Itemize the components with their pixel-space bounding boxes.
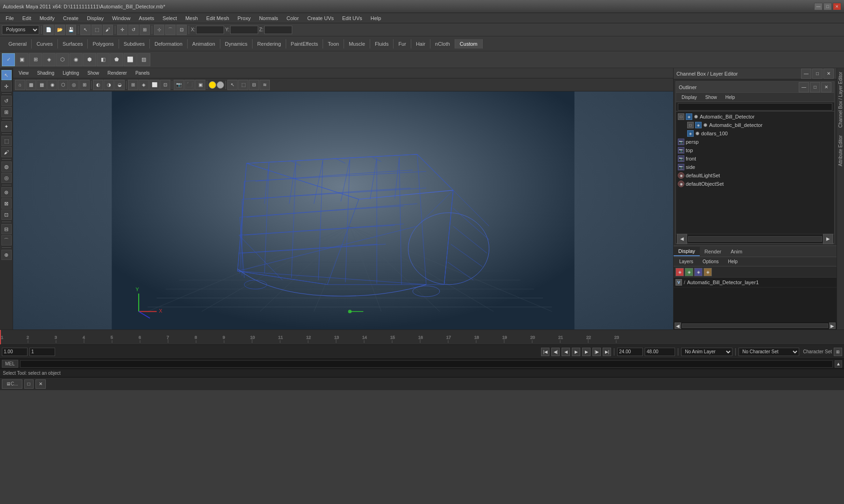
close-button[interactable]: ✕	[833, 3, 841, 10]
layer-row-1[interactable]: V / Automatic_Bill_Detector_layer1	[674, 278, 837, 287]
layer-move-up[interactable]: ◈	[703, 268, 712, 276]
shelf-tab-general[interactable]: General	[4, 39, 32, 49]
outliner-item-side[interactable]: 📷 side	[676, 163, 834, 171]
shelf-tab-fur[interactable]: Fur	[394, 39, 411, 49]
next-key-button[interactable]: |▶	[592, 348, 601, 356]
menu-proxy[interactable]: Proxy	[234, 14, 254, 22]
anim-layer-select[interactable]: No Anim Layer	[681, 348, 732, 356]
outliner-item-default-light-set[interactable]: ◉ defaultLightSet	[676, 171, 834, 180]
vi-frame[interactable]: ⬜	[149, 80, 160, 90]
vi-heads[interactable]: ⊡	[160, 80, 170, 90]
menu-edit[interactable]: Edit	[19, 14, 35, 22]
scale-tool[interactable]: ⊞	[140, 25, 150, 35]
scale-left[interactable]: ⊞	[1, 107, 12, 117]
vi-cam[interactable]: 📷	[174, 80, 184, 90]
shelf-icon-8[interactable]: ⬟	[110, 53, 123, 66]
outliner-max[interactable]: □	[810, 82, 820, 92]
axis-left[interactable]: ⊕	[1, 250, 12, 260]
view-menu[interactable]: View	[15, 70, 33, 77]
snap-point[interactable]: ⊡	[176, 25, 187, 35]
command-input[interactable]	[20, 360, 833, 368]
lighting-menu[interactable]: Lighting	[59, 70, 83, 77]
outliner-display-menu[interactable]: Display	[678, 94, 701, 101]
outliner-item-automatic-bill-detector[interactable]: □ ◈ Automatic_Bill_Detector	[676, 112, 834, 121]
lasso-tool[interactable]: ⬚	[91, 25, 102, 35]
vi-light1[interactable]: ◐	[93, 80, 103, 90]
outliner-item-dollars[interactable]: ◈ dollars_100	[676, 129, 834, 138]
layer-tab-display[interactable]: Display	[674, 247, 700, 256]
vi-xray[interactable]: ⊞	[79, 80, 90, 90]
vi-color-gray[interactable]	[217, 81, 224, 89]
paint-select[interactable]: 🖌	[103, 25, 113, 35]
cmd-expand[interactable]: ▲	[835, 360, 842, 368]
expand-icon-2[interactable]: □	[687, 122, 694, 128]
menu-file[interactable]: File	[2, 14, 18, 22]
shelf-icon-5[interactable]: ◉	[70, 53, 83, 66]
vi-arrow[interactable]: ↖	[227, 80, 238, 90]
character-set-select[interactable]: No Character Set	[738, 348, 799, 356]
outliner-show-menu[interactable]: Show	[702, 94, 721, 101]
paint-left[interactable]: 🖌	[1, 147, 12, 157]
vi-stereo[interactable]: ≋	[260, 80, 270, 90]
shelf-tab-deformation[interactable]: Deformation	[150, 39, 188, 49]
open-button[interactable]: 📂	[55, 25, 65, 35]
outliner-search-input[interactable]	[678, 103, 832, 111]
vi-color-gold[interactable]	[209, 81, 216, 89]
expand-icon-1[interactable]: □	[678, 113, 684, 120]
menu-modify[interactable]: Modify	[36, 14, 58, 22]
vi-res[interactable]: ⬛	[184, 80, 195, 90]
outliner-item-default-object-set[interactable]: ◉ defaultObjectSet	[676, 180, 834, 188]
shelf-tab-painteffects[interactable]: PaintEffects	[286, 39, 324, 49]
menu-color[interactable]: Color	[283, 14, 302, 22]
shelf-icon-active[interactable]: ✓	[2, 53, 15, 66]
layer-menu-help[interactable]: Help	[724, 258, 741, 265]
select-tool-left[interactable]: ↖	[1, 70, 12, 80]
layer-new[interactable]: ◈	[675, 268, 684, 276]
panels-menu[interactable]: Panels	[132, 70, 154, 77]
crv-left[interactable]: ⌒	[1, 235, 12, 245]
shelf-tab-rendering[interactable]: Rendering	[253, 39, 286, 49]
next-frame-button[interactable]: ▶	[582, 348, 591, 356]
total-frames-input[interactable]	[645, 348, 675, 356]
x-input[interactable]	[196, 26, 224, 34]
menu-assets[interactable]: Assets	[135, 14, 158, 22]
show-menu[interactable]: Show	[84, 70, 103, 77]
outliner-close[interactable]: ✕	[821, 82, 831, 92]
minimize-button[interactable]: —	[814, 3, 823, 10]
vi-shading3[interactable]: ◉	[47, 80, 57, 90]
vi-layout1[interactable]: ⬚	[238, 80, 248, 90]
lattice-left[interactable]: ⊠	[1, 198, 12, 209]
layer-scroll-right[interactable]: ▶	[829, 322, 836, 329]
taskbar-app[interactable]: 🖥 C...	[2, 379, 22, 389]
shelf-tab-curves[interactable]: Curves	[32, 39, 58, 49]
cb-minimize[interactable]: —	[801, 69, 811, 79]
lasso-left[interactable]: ⬚	[1, 136, 12, 146]
shelf-icon-1[interactable]: ▣	[15, 53, 28, 66]
shelf-icon-2[interactable]: ⊞	[29, 53, 42, 66]
move-tool-left[interactable]: ✛	[1, 81, 12, 91]
menu-edit-mesh[interactable]: Edit Mesh	[203, 14, 233, 22]
prev-key-button[interactable]: ◀|	[551, 348, 560, 356]
shelf-tab-custom[interactable]: Custom	[455, 39, 483, 49]
shelf-tab-animation[interactable]: Animation	[188, 39, 220, 49]
vi-home[interactable]: ⌂	[15, 80, 25, 90]
shelf-icon-6[interactable]: ⬢	[83, 53, 96, 66]
shelf-tab-subdives[interactable]: Subdives	[119, 39, 150, 49]
outliner-min[interactable]: —	[799, 82, 809, 92]
timeline-ruler[interactable]: 1 2 3 4 5 6 7 8 9 10 11	[0, 330, 844, 344]
select-tool[interactable]: ↖	[80, 25, 91, 35]
layer-tab-anim[interactable]: Anim	[726, 247, 747, 256]
start-frame-input[interactable]	[2, 348, 28, 356]
vi-obj[interactable]: ◈	[139, 80, 149, 90]
vi-smooth[interactable]: ◎	[69, 80, 79, 90]
wrap-left[interactable]: ⊡	[1, 210, 12, 220]
layer-hscrollbar[interactable]	[682, 323, 828, 328]
vi-layout2[interactable]: ⊟	[249, 80, 259, 90]
layer-menu-options[interactable]: Options	[699, 258, 722, 265]
y-input[interactable]	[230, 26, 258, 34]
layer-menu-layers[interactable]: Layers	[675, 258, 697, 265]
outliner-item-persp[interactable]: 📷 persp	[676, 138, 834, 146]
end-frame-input[interactable]	[617, 348, 643, 356]
scroll-left[interactable]: ◀	[677, 234, 687, 244]
menu-display[interactable]: Display	[83, 14, 107, 22]
